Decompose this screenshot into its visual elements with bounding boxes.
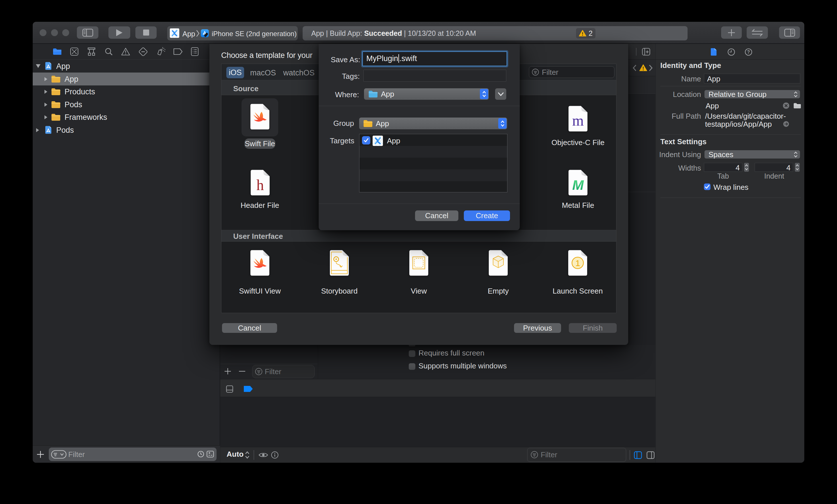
- svg-text:h: h: [256, 177, 264, 193]
- svg-text:M: M: [572, 178, 584, 193]
- svg-text:?: ?: [747, 50, 750, 54]
- svg-text:1: 1: [575, 258, 580, 268]
- svg-text:m: m: [572, 112, 584, 129]
